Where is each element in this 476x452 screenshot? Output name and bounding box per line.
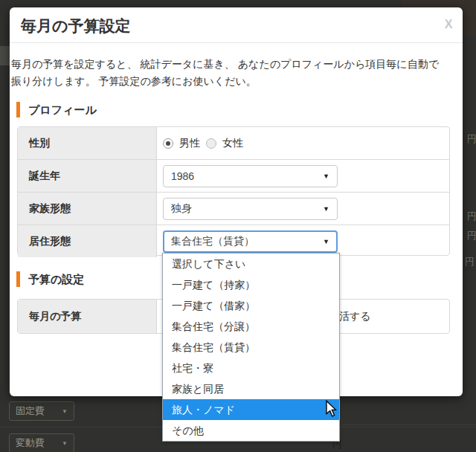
variable-cost-select-value: 変動費 bbox=[16, 436, 45, 450]
birth-year-select-value: 1986 bbox=[171, 170, 194, 182]
dropdown-option[interactable]: 家族と同居 bbox=[163, 378, 339, 399]
background-yen-label: 円 bbox=[467, 230, 476, 241]
backdrop-table-line bbox=[342, 424, 476, 425]
fixed-cost-select[interactable]: 固定費 ▼ bbox=[9, 401, 74, 421]
background-yen-label: 円 bbox=[465, 256, 475, 267]
monthly-budget-label: 毎月の予算 bbox=[18, 300, 157, 333]
residence-label: 居住形態 bbox=[18, 225, 157, 257]
profile-table: 性別 男性 女性 誕生年 1986 ▼ bbox=[17, 126, 450, 256]
dropdown-caret-icon: ▼ bbox=[323, 238, 329, 245]
dropdown-option-highlighted[interactable]: 旅人・ノマド bbox=[163, 399, 339, 420]
dropdown-option[interactable]: 集合住宅（賃貸） bbox=[163, 337, 339, 358]
fixed-cost-select-value: 固定費 bbox=[16, 404, 45, 418]
residence-select[interactable]: 集合住宅（賃貸） ▼ bbox=[163, 230, 338, 253]
family-select-value: 独身 bbox=[171, 202, 192, 216]
mouse-cursor-icon bbox=[325, 400, 337, 418]
dropdown-caret-icon: ▼ bbox=[323, 172, 329, 180]
family-select[interactable]: 独身 ▼ bbox=[163, 198, 338, 220]
dropdown-option[interactable]: その他 bbox=[163, 420, 339, 441]
app-screen: 円 円 円 円 円 固定費 ▼ 変動費 ▼ 毎月の予算設定 X 毎月の予算を設定… bbox=[0, 0, 476, 452]
modal-title: 毎月の予算設定 bbox=[21, 16, 131, 36]
gender-radio-group: 男性 女性 bbox=[163, 137, 243, 150]
modal-description-line2: 振り分けします。 予算設定の参考にお使いくだい。 bbox=[11, 75, 257, 88]
gender-label: 性別 bbox=[18, 127, 157, 159]
dropdown-option[interactable]: 一戸建て（借家） bbox=[163, 295, 339, 316]
dropdown-caret-icon: ▼ bbox=[62, 408, 68, 415]
section-accent-bar bbox=[16, 271, 20, 287]
budget-section-title: 予算の設定 bbox=[28, 273, 84, 287]
profile-section-title: プロフィール bbox=[28, 103, 97, 117]
birth-year-label: 誕生年 bbox=[18, 160, 157, 192]
section-accent-bar bbox=[16, 102, 20, 117]
family-value-cell: 独身 ▼ bbox=[158, 193, 449, 225]
table-row-birth-year: 誕生年 1986 ▼ bbox=[18, 159, 449, 192]
residence-select-value: 集合住宅（賃貸） bbox=[171, 235, 254, 248]
header-divider bbox=[10, 42, 463, 43]
table-row-family: 家族形態 独身 ▼ bbox=[18, 192, 449, 225]
radio-female[interactable] bbox=[206, 138, 216, 149]
dropdown-option[interactable]: 一戸建て（持家） bbox=[163, 274, 339, 295]
dropdown-option[interactable]: 社宅・寮 bbox=[163, 358, 339, 378]
table-row-gender: 性別 男性 女性 bbox=[18, 127, 449, 159]
radio-female-label: 女性 bbox=[222, 137, 243, 150]
dropdown-caret-icon: ▼ bbox=[62, 440, 68, 447]
monthly-budget-text-fragment: 活する bbox=[339, 300, 371, 333]
dropdown-caret-icon: ▼ bbox=[323, 205, 329, 213]
close-icon[interactable]: X bbox=[440, 16, 457, 33]
backdrop-fragment bbox=[0, 46, 10, 65]
birth-year-select[interactable]: 1986 ▼ bbox=[163, 165, 338, 187]
background-yen-label: 円 bbox=[467, 134, 476, 144]
dropdown-option[interactable]: 選択して下さい bbox=[163, 254, 339, 274]
birth-year-value-cell: 1986 ▼ bbox=[158, 160, 449, 192]
radio-selected-dot bbox=[166, 141, 170, 146]
dropdown-option[interactable]: 集合住宅（分譲） bbox=[163, 316, 339, 337]
family-label: 家族形態 bbox=[18, 193, 157, 225]
background-yen-label: 円 bbox=[467, 211, 476, 222]
modal-description-line1: 毎月の予算を設定すると、 統計データに基き、 あなたのプロフィールから項目毎に自… bbox=[11, 58, 439, 71]
residence-dropdown-list: 選択して下さい 一戸建て（持家） 一戸建て（借家） 集合住宅（分譲） 集合住宅（… bbox=[162, 253, 340, 442]
gender-value-cell: 男性 女性 bbox=[158, 127, 449, 159]
radio-male[interactable] bbox=[163, 138, 173, 149]
variable-cost-select[interactable]: 変動費 ▼ bbox=[9, 433, 74, 452]
radio-male-label: 男性 bbox=[179, 137, 200, 150]
